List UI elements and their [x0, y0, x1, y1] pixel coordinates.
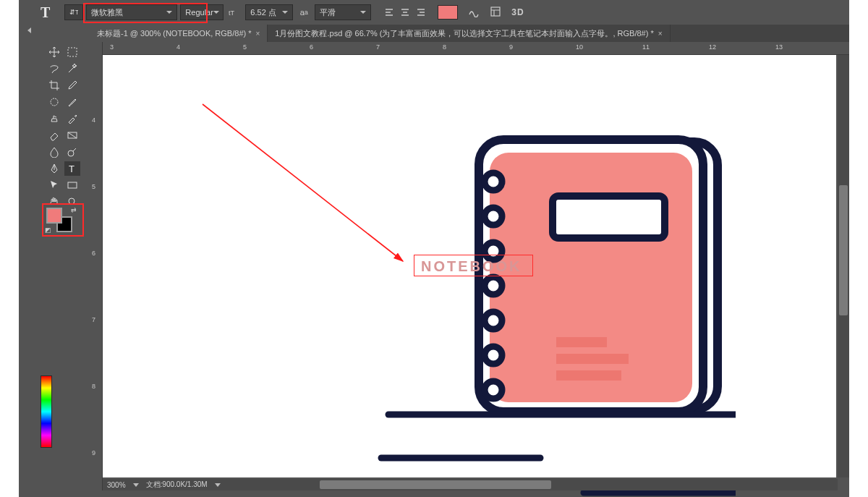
svg-rect-8: [68, 182, 77, 188]
antialias-icon: aa: [296, 8, 312, 17]
notebook-illustration: [244, 88, 736, 497]
align-left-button[interactable]: [381, 4, 397, 20]
spot-heal-tool[interactable]: [46, 95, 62, 109]
svg-rect-15: [556, 354, 629, 364]
chevron-down-icon: [360, 11, 366, 14]
marquee-tool[interactable]: [64, 45, 80, 59]
ruler-tick: 10: [576, 43, 583, 51]
color-swatches-area: ⇄ ◩: [43, 205, 82, 235]
rectangle-tool[interactable]: [64, 178, 80, 192]
antialias-dropdown[interactable]: 平滑: [315, 4, 371, 20]
svg-text:⇵T: ⇵T: [69, 9, 78, 16]
ruler-tick: 5: [243, 43, 247, 51]
dodge-tool[interactable]: [64, 145, 80, 159]
ruler-tick: 9: [509, 43, 513, 51]
scrollbar-thumb[interactable]: [839, 185, 848, 315]
close-icon[interactable]: ×: [658, 30, 663, 38]
tools-panel: T: [43, 42, 82, 212]
fg-bg-swatches[interactable]: ⇄ ◩: [46, 208, 75, 232]
svg-point-22: [485, 347, 502, 364]
move-tool[interactable]: [46, 45, 62, 59]
status-bar: 300% 文档:900.0K/1.30M: [103, 479, 320, 490]
text-color-swatch[interactable]: [438, 5, 458, 20]
svg-rect-2: [491, 7, 500, 16]
svg-rect-14: [556, 337, 607, 347]
svg-text:T: T: [69, 163, 75, 174]
svg-point-4: [51, 98, 58, 106]
svg-text:tT: tT: [229, 9, 235, 17]
ruler-tick: 12: [709, 43, 716, 51]
svg-rect-13: [553, 196, 665, 238]
chevron-down-icon: [282, 11, 288, 14]
ruler-tick: 6: [310, 43, 313, 51]
type-tool[interactable]: T: [64, 161, 80, 176]
collapse-panels-icon[interactable]: [22, 26, 35, 35]
ruler-tick: 5: [92, 183, 95, 190]
left-collapse-strip: [19, 25, 41, 497]
ruler-tick: 7: [376, 43, 380, 51]
canvas[interactable]: NOTEBOOK: [103, 55, 836, 477]
svg-rect-16: [556, 370, 621, 381]
svg-point-21: [485, 312, 502, 329]
eyedropper-tool[interactable]: [64, 78, 80, 93]
magic-wand-tool[interactable]: [64, 61, 80, 76]
scrollbar-thumb[interactable]: [320, 480, 551, 489]
tab-label: 1月份图文教程.psd @ 66.7% (为了丰富画面效果，可以选择文字工具在笔…: [275, 28, 653, 39]
align-right-button[interactable]: [413, 4, 429, 20]
font-family-dropdown[interactable]: 微软雅黑: [86, 4, 177, 20]
path-select-tool[interactable]: [46, 178, 62, 192]
tab-label: 未标题-1 @ 300% (NOTEBOOK, RGB/8#) *: [97, 28, 252, 39]
svg-rect-12: [490, 153, 692, 402]
svg-point-20: [485, 277, 502, 294]
character-panel-icon[interactable]: [490, 6, 501, 20]
close-icon[interactable]: ×: [256, 30, 260, 38]
gradient-tool[interactable]: [64, 128, 80, 143]
swap-colors-icon[interactable]: ⇄: [71, 206, 77, 213]
ruler-vertical[interactable]: 4 5 6 7 8 9: [90, 42, 103, 490]
document-tab-2[interactable]: 1月份图文教程.psd @ 66.7% (为了丰富画面效果，可以选择文字工具在笔…: [268, 25, 670, 42]
color-hue-strip[interactable]: [41, 375, 52, 448]
ruler-tick: 8: [92, 383, 95, 390]
brush-tool[interactable]: [64, 95, 80, 109]
type-tool-indicator-icon: T: [41, 4, 50, 21]
chevron-down-icon[interactable]: [133, 483, 139, 487]
ruler-tick: 6: [92, 250, 95, 257]
document-tab-bar: 未标题-1 @ 300% (NOTEBOOK, RGB/8#) * × 1月份图…: [90, 25, 849, 42]
chevron-down-icon: [166, 11, 172, 14]
crop-tool[interactable]: [46, 78, 62, 93]
ruler-tick: 4: [92, 116, 95, 124]
three-d-button[interactable]: 3D: [511, 7, 524, 17]
svg-point-19: [485, 242, 502, 260]
pen-tool[interactable]: [46, 161, 62, 176]
chevron-down-icon: [213, 11, 219, 14]
eraser-tool[interactable]: [46, 128, 62, 143]
font-weight-dropdown[interactable]: Regular: [180, 4, 224, 20]
blur-tool[interactable]: [46, 145, 62, 159]
ruler-tick: 7: [92, 316, 95, 323]
history-brush-tool[interactable]: [64, 111, 80, 126]
foreground-color-swatch[interactable]: [46, 208, 62, 224]
font-size-dropdown[interactable]: 6.52 点: [245, 4, 293, 20]
ruler-tick: 11: [642, 43, 650, 51]
font-size-value: 6.52 点: [250, 7, 276, 18]
document-tab-1[interactable]: 未标题-1 @ 300% (NOTEBOOK, RGB/8#) * ×: [90, 25, 268, 42]
warp-text-icon[interactable]: [468, 6, 480, 20]
clone-stamp-tool[interactable]: [46, 111, 62, 126]
align-center-button[interactable]: [397, 4, 413, 20]
text-orientation-dropdown[interactable]: ⇵T: [64, 4, 83, 20]
notebook-title-text[interactable]: NOTEBOOK: [421, 258, 522, 275]
svg-point-23: [485, 381, 502, 399]
font-size-icon: tT: [226, 7, 242, 17]
status-zoom[interactable]: 300%: [107, 481, 126, 489]
vertical-scrollbar[interactable]: [838, 55, 849, 477]
ruler-tick: 9: [92, 449, 95, 456]
lasso-tool[interactable]: [46, 61, 62, 76]
ruler-tick: 3: [110, 43, 114, 51]
antialias-value: 平滑: [320, 7, 336, 18]
font-weight-value: Regular: [185, 8, 213, 17]
chevron-down-icon[interactable]: [215, 483, 221, 487]
ruler-tick: 13: [775, 43, 783, 51]
ruler-horizontal[interactable]: 3 4 5 6 7 8 9 10 11 12 13: [90, 42, 849, 55]
default-colors-icon[interactable]: ◩: [45, 226, 51, 234]
work-area: 3 4 5 6 7 8 9 10 11 12 13 4 5 6 7 8 9: [90, 42, 849, 490]
